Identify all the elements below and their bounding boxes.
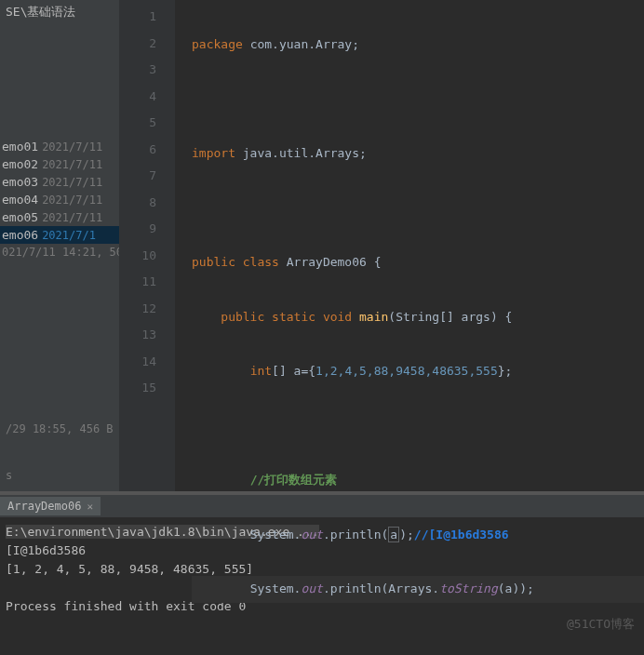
file-item[interactable]: emo052021/7/11: [0, 208, 119, 226]
file-subdate: 021/7/11 14:21, 50: [0, 244, 119, 261]
code-editor[interactable]: 1 2 3 4 5 6 7 8 9 10 11 12 13 14 15 pack…: [119, 0, 644, 491]
file-item[interactable]: emo012021/7/11: [0, 138, 119, 155]
close-icon[interactable]: ✕: [87, 501, 93, 513]
gutter: 1 2 3 4 5 6 7 8 9 10 11 12 13 14 15: [119, 0, 175, 491]
terminal-line: [I@1b6d3586: [6, 543, 86, 557]
file-item[interactable]: emo022021/7/11: [0, 155, 119, 173]
file-item[interactable]: emo042021/7/11: [0, 191, 119, 208]
watermark: @51CTO博客: [567, 616, 635, 633]
line-number: 1: [119, 4, 175, 31]
file-item-selected[interactable]: emo062021/7/1: [0, 226, 119, 244]
sidebar-header: SE\基础语法: [0, 0, 119, 24]
sidebar-info: /29 18:55, 456 B: [0, 421, 119, 437]
file-item[interactable]: emo032021/7/11: [0, 173, 119, 191]
tab-label: ArrayDemo06: [7, 500, 81, 513]
code-area[interactable]: package com.yuan.Array; import java.util…: [175, 0, 644, 491]
project-sidebar[interactable]: SE\基础语法 emo012021/7/11 emo022021/7/11 em…: [0, 0, 119, 491]
terminal-tab[interactable]: ArrayDemo06 ✕: [0, 497, 101, 515]
sidebar-info: s: [0, 467, 18, 484]
